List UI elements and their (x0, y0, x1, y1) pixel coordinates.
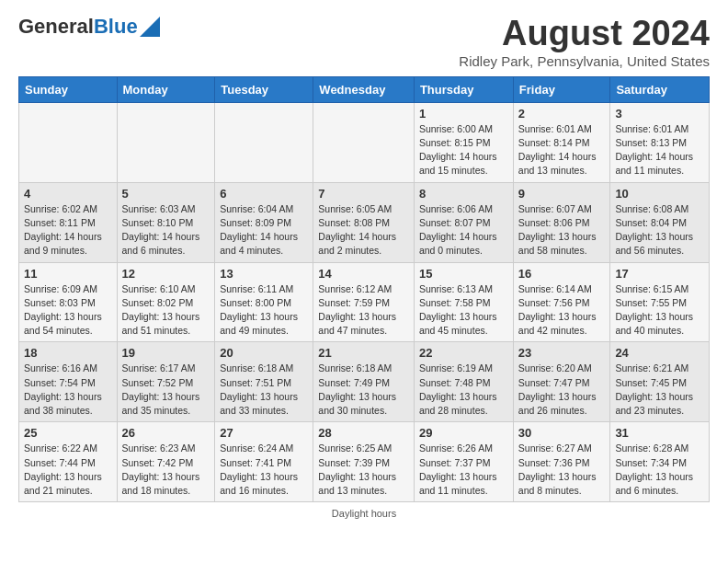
calendar-cell: 29Sunrise: 6:26 AM Sunset: 7:37 PM Dayli… (414, 422, 513, 502)
main-title: August 2024 (459, 15, 710, 53)
calendar-table: SundayMondayTuesdayWednesdayThursdayFrid… (18, 76, 710, 502)
day-info: Sunrise: 6:23 AM Sunset: 7:42 PM Dayligh… (122, 442, 210, 498)
logo: GeneralBlue (18, 15, 160, 39)
calendar-cell: 2Sunrise: 6:01 AM Sunset: 8:14 PM Daylig… (513, 102, 610, 182)
day-info: Sunrise: 6:15 AM Sunset: 7:55 PM Dayligh… (615, 282, 704, 339)
day-info: Sunrise: 6:22 AM Sunset: 7:44 PM Dayligh… (24, 442, 112, 498)
svg-marker-0 (140, 17, 160, 37)
day-info: Sunrise: 6:24 AM Sunset: 7:41 PM Dayligh… (220, 442, 308, 498)
day-info: Sunrise: 6:18 AM Sunset: 7:51 PM Dayligh… (220, 362, 308, 418)
day-info: Sunrise: 6:13 AM Sunset: 7:58 PM Dayligh… (419, 282, 508, 339)
day-number: 7 (318, 187, 409, 201)
day-number: 22 (419, 346, 508, 360)
calendar-cell (313, 102, 415, 182)
calendar-cell: 15Sunrise: 6:13 AM Sunset: 7:58 PM Dayli… (414, 262, 513, 342)
day-number: 19 (122, 346, 210, 360)
day-info: Sunrise: 6:18 AM Sunset: 7:49 PM Dayligh… (318, 362, 409, 418)
day-number: 16 (518, 267, 606, 281)
logo-icon (140, 17, 160, 37)
day-info: Sunrise: 6:25 AM Sunset: 7:39 PM Dayligh… (318, 442, 409, 498)
day-info: Sunrise: 6:05 AM Sunset: 8:08 PM Dayligh… (318, 202, 409, 259)
day-header-friday: Friday (513, 76, 610, 102)
calendar-cell: 13Sunrise: 6:11 AM Sunset: 8:00 PM Dayli… (215, 262, 313, 342)
calendar-cell: 30Sunrise: 6:27 AM Sunset: 7:36 PM Dayli… (513, 422, 610, 502)
calendar-cell: 23Sunrise: 6:20 AM Sunset: 7:47 PM Dayli… (513, 342, 610, 422)
footer-note: Daylight hours (18, 508, 710, 519)
calendar-cell: 8Sunrise: 6:06 AM Sunset: 8:07 PM Daylig… (414, 182, 513, 262)
day-number: 18 (24, 346, 112, 360)
calendar-cell: 7Sunrise: 6:05 AM Sunset: 8:08 PM Daylig… (313, 182, 415, 262)
day-info: Sunrise: 6:01 AM Sunset: 8:13 PM Dayligh… (615, 122, 704, 178)
day-number: 13 (220, 267, 308, 281)
day-info: Sunrise: 6:27 AM Sunset: 7:36 PM Dayligh… (518, 442, 606, 498)
calendar-header-row: SundayMondayTuesdayWednesdayThursdayFrid… (19, 76, 710, 102)
day-header-saturday: Saturday (610, 76, 710, 102)
day-number: 17 (615, 267, 704, 281)
calendar-cell: 6Sunrise: 6:04 AM Sunset: 8:09 PM Daylig… (215, 182, 313, 262)
day-number: 15 (419, 267, 508, 281)
logo-text: GeneralBlue (18, 15, 138, 39)
day-number: 26 (122, 426, 210, 440)
day-number: 1 (419, 107, 508, 121)
calendar-cell: 11Sunrise: 6:09 AM Sunset: 8:03 PM Dayli… (19, 262, 118, 342)
day-number: 10 (615, 187, 704, 201)
calendar-cell: 28Sunrise: 6:25 AM Sunset: 7:39 PM Dayli… (313, 422, 415, 502)
calendar-cell: 31Sunrise: 6:28 AM Sunset: 7:34 PM Dayli… (610, 422, 710, 502)
day-number: 11 (24, 267, 112, 281)
calendar-cell: 20Sunrise: 6:18 AM Sunset: 7:51 PM Dayli… (215, 342, 313, 422)
calendar-cell (117, 102, 215, 182)
calendar-cell: 27Sunrise: 6:24 AM Sunset: 7:41 PM Dayli… (215, 422, 313, 502)
day-number: 28 (318, 426, 409, 440)
day-info: Sunrise: 6:20 AM Sunset: 7:47 PM Dayligh… (518, 362, 606, 418)
day-number: 23 (518, 346, 606, 360)
day-info: Sunrise: 6:10 AM Sunset: 8:02 PM Dayligh… (122, 282, 210, 339)
day-number: 4 (24, 187, 112, 201)
calendar-cell (19, 102, 118, 182)
day-header-tuesday: Tuesday (215, 76, 313, 102)
day-number: 20 (220, 346, 308, 360)
day-header-monday: Monday (117, 76, 215, 102)
day-info: Sunrise: 6:08 AM Sunset: 8:04 PM Dayligh… (615, 202, 704, 259)
day-number: 25 (24, 426, 112, 440)
calendar-cell: 14Sunrise: 6:12 AM Sunset: 7:59 PM Dayli… (313, 262, 415, 342)
header: GeneralBlue August 2024 Ridley Park, Pen… (18, 15, 710, 69)
calendar-cell: 16Sunrise: 6:14 AM Sunset: 7:56 PM Dayli… (513, 262, 610, 342)
day-number: 31 (615, 426, 704, 440)
calendar-cell: 9Sunrise: 6:07 AM Sunset: 8:06 PM Daylig… (513, 182, 610, 262)
day-number: 5 (122, 187, 210, 201)
day-number: 27 (220, 426, 308, 440)
calendar-cell: 26Sunrise: 6:23 AM Sunset: 7:42 PM Dayli… (117, 422, 215, 502)
calendar-cell: 10Sunrise: 6:08 AM Sunset: 8:04 PM Dayli… (610, 182, 710, 262)
day-info: Sunrise: 6:16 AM Sunset: 7:54 PM Dayligh… (24, 362, 112, 418)
day-info: Sunrise: 6:19 AM Sunset: 7:48 PM Dayligh… (419, 362, 508, 418)
calendar-week-row: 25Sunrise: 6:22 AM Sunset: 7:44 PM Dayli… (19, 422, 710, 502)
calendar-cell: 17Sunrise: 6:15 AM Sunset: 7:55 PM Dayli… (610, 262, 710, 342)
day-info: Sunrise: 6:28 AM Sunset: 7:34 PM Dayligh… (615, 442, 704, 498)
day-info: Sunrise: 6:26 AM Sunset: 7:37 PM Dayligh… (419, 442, 508, 498)
day-header-wednesday: Wednesday (313, 76, 415, 102)
calendar-cell: 12Sunrise: 6:10 AM Sunset: 8:02 PM Dayli… (117, 262, 215, 342)
title-area: August 2024 Ridley Park, Pennsylvania, U… (459, 15, 710, 69)
day-info: Sunrise: 6:00 AM Sunset: 8:15 PM Dayligh… (419, 122, 508, 178)
calendar-week-row: 11Sunrise: 6:09 AM Sunset: 8:03 PM Dayli… (19, 262, 710, 342)
calendar-week-row: 18Sunrise: 6:16 AM Sunset: 7:54 PM Dayli… (19, 342, 710, 422)
calendar-cell: 19Sunrise: 6:17 AM Sunset: 7:52 PM Dayli… (117, 342, 215, 422)
day-number: 12 (122, 267, 210, 281)
day-number: 29 (419, 426, 508, 440)
day-number: 3 (615, 107, 704, 121)
day-info: Sunrise: 6:03 AM Sunset: 8:10 PM Dayligh… (122, 202, 210, 259)
day-info: Sunrise: 6:07 AM Sunset: 8:06 PM Dayligh… (518, 202, 606, 259)
day-info: Sunrise: 6:12 AM Sunset: 7:59 PM Dayligh… (318, 282, 409, 339)
calendar-cell: 1Sunrise: 6:00 AM Sunset: 8:15 PM Daylig… (414, 102, 513, 182)
day-number: 9 (518, 187, 606, 201)
sub-title: Ridley Park, Pennsylvania, United States (459, 53, 710, 69)
day-number: 8 (419, 187, 508, 201)
day-number: 6 (220, 187, 308, 201)
day-info: Sunrise: 6:06 AM Sunset: 8:07 PM Dayligh… (419, 202, 508, 259)
day-info: Sunrise: 6:01 AM Sunset: 8:14 PM Dayligh… (518, 122, 606, 178)
day-info: Sunrise: 6:04 AM Sunset: 8:09 PM Dayligh… (220, 202, 308, 259)
day-number: 2 (518, 107, 606, 121)
day-info: Sunrise: 6:14 AM Sunset: 7:56 PM Dayligh… (518, 282, 606, 339)
calendar-body: 1Sunrise: 6:00 AM Sunset: 8:15 PM Daylig… (19, 102, 710, 501)
calendar-week-row: 1Sunrise: 6:00 AM Sunset: 8:15 PM Daylig… (19, 102, 710, 182)
